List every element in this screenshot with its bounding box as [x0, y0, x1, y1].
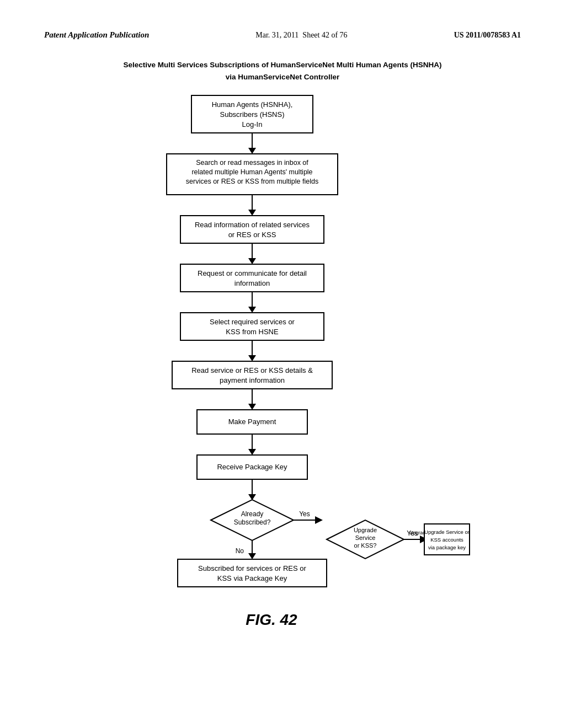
svg-text:Search or read messages in inb: Search or read messages in inbox of	[196, 159, 308, 167]
svg-text:KSS via Package Key: KSS via Package Key	[217, 574, 287, 582]
patent-publication-label: Patent Application Publication	[44, 30, 149, 40]
svg-text:via package key: via package key	[428, 544, 466, 550]
svg-text:KSS accounts: KSS accounts	[430, 537, 463, 543]
svg-text:Human Agents (HSNHA),: Human Agents (HSNHA),	[212, 100, 293, 109]
svg-marker-5	[248, 148, 256, 154]
svg-text:Already: Already	[241, 510, 264, 518]
diagram-title: Selective Multi Services Subscriptions o…	[0, 59, 565, 83]
flowchart: Human Agents (HSNHA), Subscribers (HSNS)…	[95, 93, 470, 655]
svg-text:information: information	[234, 279, 270, 287]
svg-text:Make Payment: Make Payment	[228, 417, 276, 426]
svg-rect-63	[178, 559, 327, 587]
svg-text:Upgrade Service or: Upgrade Service or	[424, 529, 470, 535]
svg-rect-12	[180, 216, 324, 243]
svg-text:or KSS?: or KSS?	[354, 542, 377, 549]
svg-text:Upgrade: Upgrade	[354, 527, 377, 533]
svg-text:services or RES or KSS from mu: services or RES or KSS from multiple fie…	[186, 178, 318, 185]
svg-marker-35	[248, 449, 256, 455]
svg-text:Receive Package Key: Receive Package Key	[217, 463, 287, 471]
header-center: Mar. 31, 2011 Sheet 42 of 76	[255, 31, 347, 40]
svg-marker-26	[248, 355, 256, 361]
svg-text:Request or communicate for det: Request or communicate for detail	[198, 269, 307, 277]
svg-text:Subscribed for services or RES: Subscribed for services or RES or	[198, 564, 306, 572]
svg-text:Subscribed?: Subscribed?	[234, 518, 271, 526]
svg-text:KSS from HSNE: KSS from HSNE	[226, 328, 279, 336]
svg-marker-31	[248, 404, 256, 410]
svg-marker-16	[248, 258, 256, 264]
svg-text:FIG. 42: FIG. 42	[246, 611, 297, 628]
header-patent-number: US 2011/0078583 A1	[454, 31, 521, 40]
svg-text:Yes: Yes	[299, 510, 310, 518]
svg-text:Service: Service	[355, 534, 376, 541]
svg-marker-61	[248, 553, 256, 559]
svg-text:Log-In: Log-In	[242, 120, 263, 129]
svg-text:payment information: payment information	[220, 376, 285, 384]
flowchart-wrapper: Human Agents (HSNHA), Subscribers (HSNS)…	[0, 93, 565, 655]
svg-text:Select required services or: Select required services or	[210, 318, 295, 326]
svg-text:No: No	[236, 547, 244, 555]
svg-text:Read information of related se: Read information of related services	[195, 221, 310, 229]
svg-text:Subscribers (HSNS): Subscribers (HSNS)	[220, 110, 284, 119]
svg-rect-17	[180, 264, 324, 292]
svg-rect-27	[172, 361, 332, 389]
svg-marker-44	[315, 516, 323, 524]
svg-text:related multiple Human Agents': related multiple Human Agents' multiple	[191, 168, 312, 176]
svg-marker-21	[248, 307, 256, 313]
svg-marker-11	[248, 210, 256, 216]
svg-rect-22	[180, 313, 324, 340]
svg-text:or RES or KSS: or RES or KSS	[228, 231, 276, 239]
svg-text:Read service or RES or KSS det: Read service or RES or KSS details &	[191, 366, 313, 374]
